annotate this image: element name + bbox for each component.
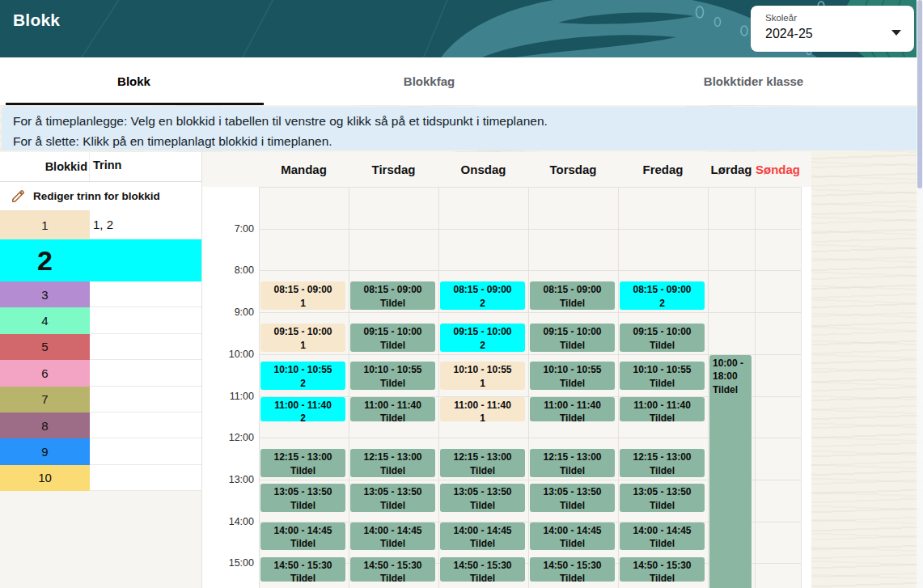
calendar-event[interactable]: 11:00 - 11:40Tildel — [350, 397, 435, 421]
blockid-cell[interactable]: 10 — [0, 465, 90, 491]
instructions-line-2: For å slette: Klikk på en timeplanlagt b… — [13, 131, 918, 151]
blockid-row-5[interactable]: 5 — [0, 334, 201, 360]
calendar-event[interactable]: 12:15 - 13:00Tildel — [440, 449, 525, 477]
calendar-event[interactable]: 09:15 - 10:00Tildel — [620, 324, 705, 352]
blockid-cell[interactable]: 7 — [0, 387, 90, 412]
instructions-line-1: For å timeplanlegge: Velg en blokkid i t… — [13, 111, 918, 131]
page-scrollbar-track[interactable] — [917, 0, 923, 588]
chevron-down-icon — [891, 30, 901, 36]
blockid-cell[interactable]: 6 — [0, 360, 90, 386]
blockid-cell[interactable]: 1 — [0, 210, 90, 239]
calendar-event[interactable]: 14:50 - 15:30Tildel — [620, 557, 705, 582]
calendar-event[interactable]: 09:15 - 10:00Tildel — [350, 324, 435, 352]
school-year-select[interactable]: Skoleår 2024-25 — [751, 6, 914, 52]
calendar-event[interactable]: 08:15 - 09:001 — [260, 281, 345, 310]
trinn-cell[interactable] — [90, 281, 201, 307]
calendar-event[interactable]: 14:50 - 15:30Tildel — [440, 557, 525, 582]
event-label: Tildel — [620, 499, 705, 512]
calendar-event[interactable]: 13:05 - 13:50Tildel — [260, 484, 345, 512]
calendar-event[interactable]: 11:00 - 11:401 — [440, 397, 525, 421]
trinn-cell[interactable] — [90, 387, 201, 412]
event-label: 1 — [440, 412, 525, 421]
calendar-event[interactable]: 11:00 - 11:402 — [260, 397, 345, 421]
trinn-cell[interactable] — [90, 412, 201, 438]
blockid-row-3[interactable]: 3 — [0, 281, 201, 307]
blockid-row-1[interactable]: 11, 2 — [0, 210, 201, 239]
calendar-event[interactable]: 14:50 - 15:30Tildel — [350, 557, 435, 582]
event-label: Tildel — [530, 339, 615, 352]
calendar-event[interactable]: 10:10 - 10:55Tildel — [530, 362, 615, 390]
calendar-event[interactable]: 12:15 - 13:00Tildel — [350, 449, 435, 477]
edit-trinn-button[interactable]: Rediger trinn for blokkid — [0, 182, 201, 210]
calendar-event[interactable]: 14:00 - 14:45Tildel — [350, 522, 435, 551]
trinn-cell[interactable] — [90, 239, 201, 281]
blockid-cell[interactable]: 8 — [0, 412, 90, 438]
calendar-event[interactable]: 08:15 - 09:002 — [440, 281, 525, 310]
tab-blokktider-klasse[interactable]: Blokktider klasse — [591, 57, 917, 105]
calendar-event[interactable]: 09:15 - 10:001 — [260, 324, 345, 352]
event-time: 12:15 - 13:00 — [350, 451, 435, 464]
page-scrollbar-thumb[interactable] — [917, 0, 922, 188]
calendar-event[interactable]: 08:15 - 09:00Tildel — [530, 281, 615, 310]
event-time: 14:00 - 14:45 — [440, 524, 525, 538]
calendar-event[interactable]: 14:50 - 15:30Tildel — [260, 557, 345, 582]
event-label: Tildel — [350, 339, 435, 352]
trinn-cell[interactable] — [90, 438, 201, 464]
tab-blokkfag[interactable]: Blokkfag — [268, 57, 591, 105]
trinn-cell[interactable] — [90, 465, 201, 491]
calendar-event[interactable]: 13:05 - 13:50Tildel — [440, 484, 525, 512]
blockid-cell[interactable]: 3 — [0, 281, 90, 307]
calendar-event[interactable]: 12:15 - 13:00Tildel — [530, 449, 615, 477]
event-label: 1 — [440, 377, 525, 390]
event-label: 2 — [260, 412, 345, 421]
blockid-row-6[interactable]: 6 — [0, 360, 201, 386]
calendar-event[interactable]: 11:00 - 11:40Tildel — [620, 397, 705, 421]
event-label: Tildel — [350, 499, 435, 512]
calendar-event[interactable]: 13:05 - 13:50Tildel — [350, 484, 435, 512]
trinn-cell[interactable] — [90, 307, 201, 333]
calendar-event[interactable]: 13:05 - 13:50Tildel — [530, 484, 615, 512]
blockid-cell[interactable]: 2 — [0, 239, 90, 281]
calendar-event[interactable]: 11:00 - 11:40Tildel — [530, 397, 615, 421]
calendar-event[interactable]: 14:00 - 14:45Tildel — [260, 522, 345, 551]
blockid-row-4[interactable]: 4 — [0, 307, 201, 333]
time-gutter — [202, 187, 259, 588]
calendar-event[interactable]: 12:15 - 13:00Tildel — [260, 449, 345, 477]
calendar-event[interactable]: 14:00 - 14:45Tildel — [530, 522, 615, 551]
blockid-row-10[interactable]: 10 — [0, 465, 201, 491]
tab-blokk[interactable]: Blokk — [0, 57, 268, 105]
blockid-row-7[interactable]: 7 — [0, 387, 201, 412]
blockid-cell[interactable]: 4 — [0, 307, 90, 333]
event-time: 10:10 - 10:55 — [530, 363, 615, 377]
calendar-event[interactable]: 12:15 - 13:00Tildel — [620, 449, 705, 477]
trinn-cell[interactable] — [90, 334, 201, 360]
trinn-cell[interactable] — [90, 360, 201, 386]
calendar-event[interactable]: 08:15 - 09:00Tildel — [350, 281, 435, 310]
calendar-event[interactable]: 10:10 - 10:552 — [260, 362, 345, 390]
calendar-event[interactable]: 10:10 - 10:55Tildel — [350, 362, 435, 390]
school-year-value: 2024-25 — [765, 27, 813, 41]
calendar-event[interactable]: 13:05 - 13:50Tildel — [620, 484, 705, 512]
blockid-cell[interactable]: 9 — [0, 438, 90, 464]
blockid-row-2[interactable]: 2 — [0, 239, 201, 281]
school-year-label: Skoleår — [765, 13, 797, 23]
calendar-event[interactable]: 09:15 - 10:002 — [440, 324, 525, 352]
event-label: Tildel — [530, 377, 615, 390]
calendar-event[interactable]: 14:50 - 15:30Tildel — [530, 557, 615, 582]
event-time: 09:15 - 10:00 — [530, 325, 615, 339]
calendar-event[interactable]: 09:15 - 10:00Tildel — [530, 324, 615, 352]
blockid-row-9[interactable]: 9 — [0, 438, 201, 464]
calendar-event[interactable]: 14:00 - 14:45Tildel — [620, 522, 705, 551]
day-gridline — [708, 187, 709, 588]
day-gridline — [438, 187, 439, 588]
calendar-event[interactable]: 10:10 - 10:55Tildel — [620, 362, 705, 390]
calendar-event[interactable]: 10:10 - 10:551 — [440, 362, 525, 390]
event-label: 2 — [260, 377, 345, 390]
blockid-row-8[interactable]: 8 — [0, 412, 201, 438]
calendar-event[interactable]: 08:15 - 09:002 — [620, 281, 705, 310]
event-time: 13:05 - 13:50 — [530, 485, 615, 499]
blockid-cell[interactable]: 5 — [0, 334, 90, 360]
trinn-cell[interactable]: 1, 2 — [90, 210, 201, 239]
calendar-event[interactable]: 14:00 - 14:45Tildel — [440, 522, 525, 551]
calendar-event[interactable]: 10:00 - 18:00Tildel — [709, 355, 752, 588]
